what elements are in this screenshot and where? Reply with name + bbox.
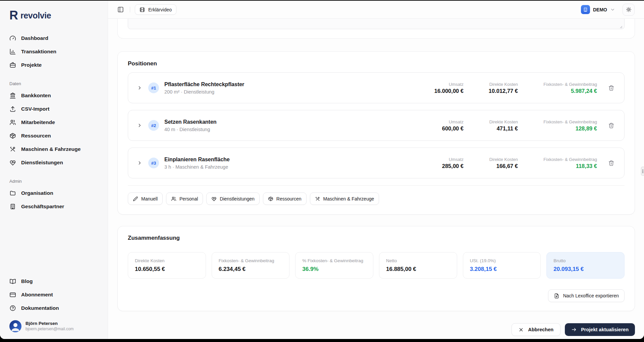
stat-value: 16.885,00 € (386, 266, 450, 273)
sidebar-item-geschaeftspartner[interactable]: Geschäftspartner (9, 200, 99, 213)
position-text: Pflasterfläche Rechteckpflaster 200 m² ·… (164, 81, 244, 95)
add-ressourcen-label: Ressourcen (276, 196, 302, 202)
scrollbar-handle[interactable] (641, 167, 644, 176)
chevron-down-icon (610, 7, 615, 12)
sidebar-item-dienstleistungen[interactable]: Dienstleistungen (9, 156, 99, 169)
beitrag-column: Fixkosten- & Gewinnbeitrag 128,89 € (531, 119, 597, 132)
sidebar-item-abonnement[interactable]: Abonnement (9, 288, 99, 301)
gauge-icon (9, 35, 16, 42)
brand-name: revolvie (20, 11, 51, 20)
position-row-3: #3 Einplanieren Rasenfläche 3 h · Maschi… (128, 148, 625, 178)
expand-row-button[interactable] (136, 84, 143, 91)
sidebar: R revolvie Dashboard Transaktionen Proje… (0, 1, 108, 339)
kosten-label: Direkte Kosten (476, 82, 518, 87)
user-menu[interactable]: Björn Petersen bjoern.petersen@mail.com (9, 320, 99, 332)
zusammenfassung-title: Zusammenfassung (128, 235, 625, 241)
add-ressourcen-button[interactable]: Ressourcen (263, 192, 307, 205)
bank-icon (9, 92, 16, 99)
sidebar-item-blog[interactable]: Blog (9, 275, 99, 288)
sidebar-item-csv-import[interactable]: CSV-Import (9, 102, 99, 116)
delete-position-button[interactable] (607, 159, 615, 167)
chevron-right-icon (137, 160, 142, 166)
stat-label: Brutto (553, 258, 618, 263)
beitrag-label: Fixkosten- & Gewinnbeitrag (531, 157, 597, 162)
credit-card-icon (9, 291, 16, 298)
content-scroll-area[interactable]: Positionen #1 Pflasterfläche Rechteckpfl… (108, 19, 644, 339)
add-manuell-button[interactable]: Manuell (128, 192, 163, 205)
kosten-column: Direkte Kosten 471,11 € (476, 119, 518, 132)
tools-icon (315, 196, 320, 202)
add-dienstleistungen-button[interactable]: Dienstleistungen (206, 192, 260, 205)
sidebar-item-dashboard[interactable]: Dashboard (9, 32, 99, 45)
footer-actions: Abbrechen Projekt aktualisieren (117, 323, 635, 336)
stat-value: 36.9% (302, 266, 366, 273)
position-stats: Umsatz 16.000,00 € Direkte Kosten 10.012… (426, 82, 615, 94)
sidebar-item-label: Dokumentation (21, 305, 59, 311)
sidebar-item-label: Geschäftspartner (21, 204, 64, 210)
sidebar-item-label: Dashboard (21, 35, 48, 41)
position-subtitle: 200 m² · Dienstleistung (164, 89, 244, 95)
org-switcher[interactable]: DEMO (580, 4, 616, 15)
package-icon (268, 196, 273, 202)
textarea-resize-grip[interactable] (619, 24, 623, 27)
cancel-button[interactable]: Abbrechen (512, 323, 560, 336)
position-text: Einplanieren Rasenfläche 3 h · Maschinen… (164, 156, 230, 170)
add-maschinen-button[interactable]: Maschinen & Fahrzeuge (310, 192, 379, 205)
sidebar-item-ressourcen[interactable]: Ressourcen (9, 129, 99, 142)
trash-icon (608, 85, 614, 91)
position-subtitle: 40 m · Dienstleistung (164, 127, 217, 132)
sidebar-item-label: Mitarbeitende (21, 119, 55, 125)
folder-icon (9, 190, 16, 196)
update-project-button[interactable]: Projekt aktualisieren (565, 323, 635, 336)
sidebar-item-label: CSV-Import (21, 106, 49, 112)
theme-toggle-button[interactable] (623, 4, 635, 16)
sidebar-item-organisation[interactable]: Organisation (9, 186, 99, 200)
positionen-title: Positionen (128, 60, 625, 67)
stat-fixkosten-gewinnbeitrag: Fixkosten- & Gewinnbeitrag 6.234,45 € (212, 252, 290, 279)
delete-position-button[interactable] (607, 121, 615, 130)
brand-logo[interactable]: R revolvie (9, 9, 99, 21)
expand-row-button[interactable] (136, 160, 143, 166)
sidebar-item-mitarbeitende[interactable]: Mitarbeitende (9, 116, 99, 129)
lexoffice-export-button[interactable]: Nach Lexoffice exportieren (548, 289, 625, 302)
sidebar-item-label: Bankkonten (21, 93, 51, 99)
user-info: Björn Petersen bjoern.petersen@mail.com (25, 321, 74, 332)
umsatz-label: Umsatz (426, 119, 464, 124)
briefcase-icon (9, 62, 16, 68)
topbar-divider (130, 7, 130, 12)
stat-value: 3.208,15 € (470, 266, 534, 273)
kosten-label: Direkte Kosten (476, 119, 518, 124)
delete-position-button[interactable] (607, 84, 615, 92)
sidebar-toggle-button[interactable] (116, 5, 125, 14)
add-personal-button[interactable]: Personal (166, 192, 203, 205)
sidebar-item-dokumentation[interactable]: Dokumentation (9, 301, 99, 315)
add-position-buttons: Manuell Personal Dienstleistungen Ressou… (128, 185, 625, 205)
main-area: Erklärvideo DEMO (108, 1, 644, 339)
umsatz-value: 600,00 € (426, 125, 464, 132)
sidebar-item-transaktionen[interactable]: Transaktionen (9, 45, 99, 58)
erklaervideo-button[interactable]: Erklärvideo (135, 4, 176, 15)
sidebar-section-admin: Admin (9, 179, 99, 184)
bar-chart-icon (9, 48, 16, 55)
avatar (9, 320, 21, 332)
building-icon (583, 7, 588, 12)
arrow-right-icon (571, 327, 577, 332)
umsatz-value: 285,00 € (426, 163, 464, 169)
kosten-column: Direkte Kosten 10.012,77 € (476, 82, 518, 94)
stat-ust: USt. (19.0%) 3.208,15 € (463, 252, 541, 279)
beitrag-label: Fixkosten- & Gewinnbeitrag (531, 119, 597, 124)
file-export-icon (554, 293, 559, 299)
sidebar-item-maschinen-fahrzeuge[interactable]: Maschinen & Fahrzeuge (9, 142, 99, 156)
expand-row-button[interactable] (136, 122, 143, 129)
chevron-right-icon (137, 85, 142, 91)
sidebar-spacer (9, 213, 99, 275)
position-text: Setzen Rasenkanten 40 m · Dienstleistung (164, 119, 217, 132)
sidebar-item-projekte[interactable]: Projekte (9, 58, 99, 72)
notes-textarea[interactable] (128, 19, 625, 29)
beitrag-value: 118,33 € (531, 163, 597, 169)
stat-prozent-fixkosten: % Fixkosten- & Gewinnbeitrag 36.9% (295, 252, 373, 279)
user-name: Björn Petersen (25, 321, 74, 327)
beitrag-label: Fixkosten- & Gewinnbeitrag (531, 82, 597, 87)
close-icon (519, 327, 524, 332)
sidebar-item-bankkonten[interactable]: Bankkonten (9, 89, 99, 102)
